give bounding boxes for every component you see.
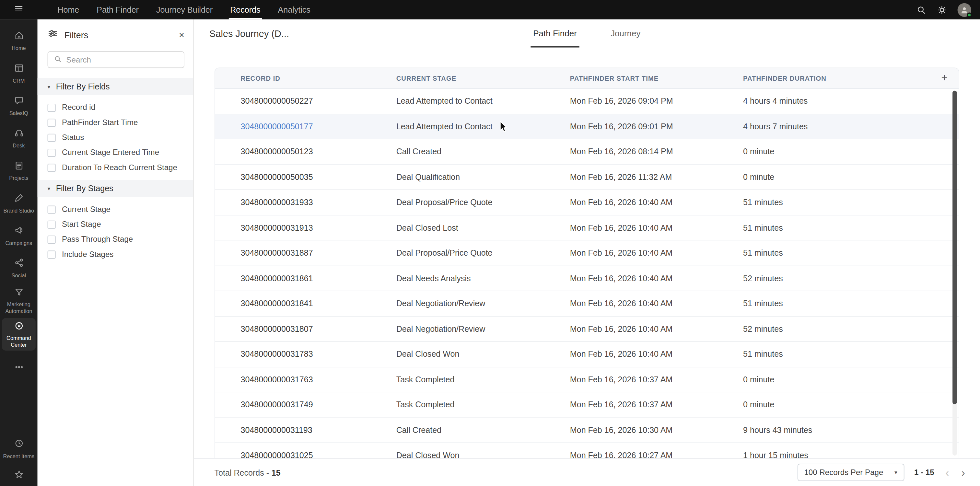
table-row[interactable]: 3048000000031887 Deal Proposal/Price Quo… [215,240,959,266]
checkbox[interactable] [48,250,56,258]
tab-path-finder[interactable]: Path Finder [531,19,579,48]
table-row[interactable]: 3048000000031193 Call Created Mon Feb 16… [215,418,959,443]
start-time-cell: Mon Feb 16, 2026 10:37 AM [570,400,743,410]
filter-field-status[interactable]: Status [38,130,193,145]
filter-stage-pass-through-stage[interactable]: Pass Through Stage [38,232,193,246]
record-id-cell[interactable]: 3048000000031861 [240,273,396,283]
rail-item-command-center[interactable]: Command Center [2,318,36,351]
record-id-cell[interactable]: 3048000000031763 [240,375,396,384]
sidebar-toggle-button[interactable] [0,0,38,19]
table-row[interactable]: 3048000000031749 Task Completed Mon Feb … [215,392,959,418]
tab-journey[interactable]: Journey [608,19,643,48]
content-header: Sales Journey (D... Path Finder Journey [194,19,980,48]
filter-field-label: Status [62,133,84,142]
checkbox[interactable] [48,118,56,126]
close-icon[interactable]: × [179,30,185,40]
filter-section-title: Filter By Stages [56,184,113,193]
filter-field-duration-to-reach-current-stage[interactable]: Duration To Reach Current Stage [38,160,193,175]
rail-item-desk[interactable]: Desk [0,122,38,154]
record-id-cell[interactable]: 3048000000031749 [240,400,396,410]
records-per-page-select[interactable]: 100 Records Per Page ▾ [797,464,904,481]
user-avatar[interactable] [958,3,971,16]
record-id-cell[interactable]: 3048000000031807 [240,324,396,334]
search-icon[interactable] [916,5,926,14]
previous-page-button[interactable]: ‹ [944,467,950,478]
rail-item-recent-items[interactable]: Recent Items [0,432,38,465]
rail-item-salesiq[interactable]: SalesIQ [0,89,38,122]
rail-item-brand-studio[interactable]: Brand Studio [0,187,38,219]
nav-analytics[interactable]: Analytics [269,0,319,19]
start-time-cell: Mon Feb 16, 2026 10:40 AM [570,273,743,283]
search-input[interactable] [66,56,178,64]
filter-field-current-stage-entered-time[interactable]: Current Stage Entered Time [38,145,193,160]
record-id-cell[interactable]: 3048000000031193 [240,426,396,435]
checkbox[interactable] [48,103,56,111]
table-row[interactable]: 3048000000050035 Deal Qualification Mon … [215,165,959,190]
next-page-button[interactable]: › [960,467,966,478]
table-row[interactable]: 3048000000050227 Lead Attempted to Conta… [215,89,959,114]
table-row[interactable]: 3048000000031861 Deal Needs Analysis Mon… [215,266,959,291]
table-row[interactable]: 3048000000031763 Task Completed Mon Feb … [215,367,959,392]
record-id-cell[interactable]: 3048000000031933 [240,198,396,207]
scrollbar-thumb[interactable] [953,91,957,405]
record-id-cell[interactable]: 3048000000031841 [240,299,396,308]
rail-item-more[interactable] [0,352,38,384]
start-time-cell: Mon Feb 16, 2026 10:40 AM [570,198,743,207]
rail-item-label: Marketing Automation [2,301,36,314]
nav-records[interactable]: Records [221,0,269,19]
share-icon [13,257,24,270]
checkbox[interactable] [48,235,56,243]
checkbox[interactable] [48,163,56,172]
table-row[interactable]: 3048000000031841 Deal Negotiation/Review… [215,291,959,316]
start-time-cell: Mon Feb 16, 2026 10:40 AM [570,349,743,359]
record-id-cell[interactable]: 3048000000050227 [240,96,396,106]
column-header-current-stage: CURRENT STAGE [396,74,570,82]
rail-item-campaigns[interactable]: Campaigns [0,219,38,252]
checkbox[interactable] [48,220,56,229]
table-row[interactable]: 3048000000050177 Lead Attempted to Conta… [215,114,959,139]
table-row-partial[interactable]: 3048000000031025 Deal Closed Won Mon Feb… [215,443,959,458]
filter-section-fields[interactable]: ▾ Filter By Fields [38,78,193,95]
add-column-button[interactable]: + [930,72,959,84]
record-id-link[interactable]: 3048000000050177 [240,122,396,131]
record-id-cell[interactable]: 3048000000031025 [240,451,396,458]
nav-home[interactable]: Home [49,0,88,19]
nav-path-finder[interactable]: Path Finder [88,0,148,19]
table-row[interactable]: 3048000000031783 Deal Closed Won Mon Feb… [215,342,959,367]
filter-stage-current-stage[interactable]: Current Stage [38,202,193,217]
filter-field-pathfinder-start-time[interactable]: PathFinder Start Time [38,115,193,130]
filter-stage-label: Current Stage [62,205,110,214]
rail-item-crm[interactable]: CRM [0,57,38,89]
rail-item-favorites[interactable] [0,465,38,486]
rail-item-marketing-automation[interactable]: Marketing Automation [0,284,38,316]
rail-item-home[interactable]: Home [0,24,38,57]
filters-search-box[interactable] [48,51,185,68]
checkbox[interactable] [48,205,56,213]
filter-stage-include-stages[interactable]: Include Stages [38,247,193,262]
filters-header: Filters × [38,19,193,48]
filter-stage-start-stage[interactable]: Start Stage [38,217,193,232]
table-row[interactable]: 3048000000031807 Deal Negotiation/Review… [215,316,959,342]
record-id-cell[interactable]: 3048000000031783 [240,349,396,359]
table-row[interactable]: 3048000000031913 Deal Closed Lost Mon Fe… [215,215,959,240]
nav-journey-builder[interactable]: Journey Builder [148,0,221,19]
rail-item-social[interactable]: Social [0,252,38,284]
rail-item-projects[interactable]: Projects [0,154,38,187]
record-id-cell[interactable]: 3048000000050035 [240,172,396,182]
checkbox[interactable] [48,133,56,141]
table-row[interactable]: 3048000000050123 Call Created Mon Feb 16… [215,139,959,165]
filter-field-record-id[interactable]: Record id [38,100,193,115]
start-time-cell: Mon Feb 16, 2026 10:40 AM [570,324,743,334]
total-records: Total Records -15 [214,468,280,477]
gear-icon[interactable] [937,5,947,14]
checkbox[interactable] [48,148,56,157]
column-header-duration: PATHFINDER DURATION [743,74,930,82]
filter-section-stages[interactable]: ▾ Filter By Stages [38,180,193,197]
record-id-cell[interactable]: 3048000000031913 [240,223,396,232]
record-id-cell[interactable]: 3048000000050123 [240,147,396,157]
topbar-actions [916,0,980,19]
filter-field-label: PathFinder Start Time [62,118,138,127]
table-row[interactable]: 3048000000031933 Deal Proposal/Price Quo… [215,190,959,215]
record-id-cell[interactable]: 3048000000031887 [240,248,396,257]
chat-icon [13,95,24,107]
